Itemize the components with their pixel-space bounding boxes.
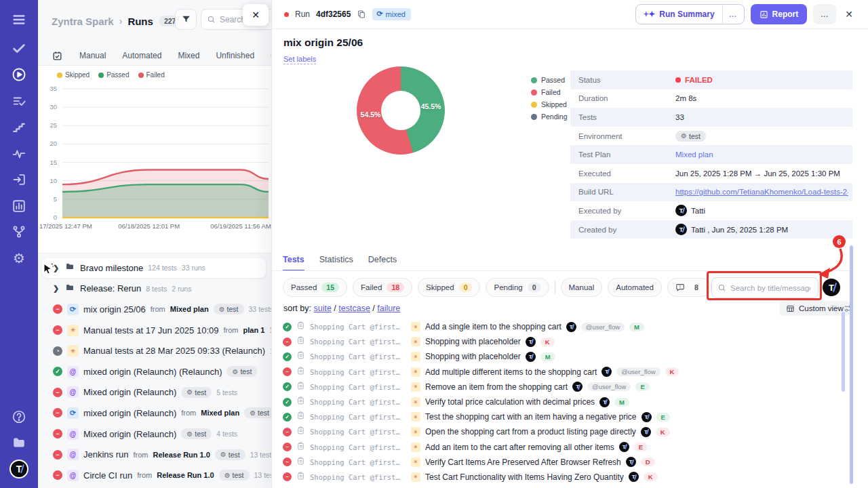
run-summary-more-button[interactable]: … [722,5,744,24]
run-list-item[interactable]: −@Mixed origin (Relaunch)⚙test5 tests [38,382,271,403]
filter-chip-failed[interactable]: Failed18 [353,278,412,297]
test-title[interactable]: Add a single item to the shopping cart [425,322,561,331]
run-list-item[interactable]: −@Jenkins runfromRelease Run 1.0⚙test13 … [38,444,271,465]
sidebar-reports-icon[interactable] [12,199,26,214]
test-title[interactable]: Add multiple different items to the shop… [425,367,597,377]
drawer-close-overlay-button[interactable]: ✕ [243,4,269,26]
filter-chip-comment-exclamation[interactable]: !8 [667,278,711,297]
test-suite-name[interactable]: Shopping Cart @first… [310,458,406,466]
run-list-item[interactable]: −⟳mix origin 25/06fromMixed plan⚙test33 … [38,299,271,320]
test-suite-name[interactable]: Shopping Cart @first… [310,383,406,391]
run-from-plan[interactable]: Release Run 1.0 [153,451,210,459]
tab-defects[interactable]: Defects [368,255,397,271]
test-suite-name[interactable]: Shopping Cart @first… [310,338,406,346]
test-suite-name[interactable]: Shopping Cart @first… [310,473,406,481]
tests-list-scrollbar[interactable] [842,312,845,392]
sidebar-pulse-icon[interactable] [12,146,26,161]
run-board-icon[interactable] [52,50,63,62]
run-summary-button[interactable]: +✦Run Summary … [635,4,744,24]
filter-chip-automated[interactable]: Automated [608,278,662,297]
test-suite-name[interactable]: Shopping Cart @first… [310,428,406,436]
test-title[interactable]: Shopping with placeholder [425,337,521,346]
sort-link-suite[interactable]: suite [313,304,331,313]
sidebar-testlists-icon[interactable] [12,94,26,109]
sidebar-integrations-icon[interactable] [12,224,26,239]
run-list-item[interactable]: −@Circle CI runfromRelease Run 1.0⚙test1… [38,465,271,486]
filter-chip-manual[interactable]: Manual [561,278,603,297]
run-from-plan[interactable]: Mixed plan [170,305,209,313]
sidebar-menu-icon[interactable] [12,12,26,27]
run-list-item[interactable]: −✳Manual tests at 17 Jun 2025 10:09fromp… [38,320,271,341]
filter-chip-pending[interactable]: Pending0 [486,278,549,297]
test-suite-name[interactable]: Shopping Cart @first… [310,398,406,406]
sidebar-runs-icon[interactable] [12,67,26,82]
tab-tests[interactable]: Tests [283,255,304,271]
test-title[interactable]: Verify total price calculation with deci… [425,397,595,407]
test-row[interactable]: ✓Shopping Cart @first…✳Test the shopping… [283,409,846,424]
run-folder-row[interactable]: ❯Release: Rerun8 tests2 runs [38,279,271,300]
test-row[interactable]: ✓Shopping Cart @first…✳Shopping with pla… [283,349,846,364]
sidebar-settings-icon[interactable]: ⚙ [12,251,26,266]
sidebar-tests-icon[interactable] [12,41,26,56]
test-row[interactable]: −Shopping Cart @first…✳Open the shopping… [283,424,846,439]
user-avatar[interactable]: T [823,279,840,296]
runs-tab-unfinished[interactable]: Unfinished [216,51,254,60]
test-row[interactable]: ✓Shopping Cart @first…✳Verify total pric… [283,394,846,409]
drawer-scrollbar[interactable] [850,245,853,484]
set-labels-link[interactable]: Set labels [283,55,316,64]
chevron-right-icon[interactable]: ❯ [53,284,60,293]
detail-value-url[interactable]: https://github.com/TetianaKhomenko/Load-… [675,188,848,196]
run-from-plan[interactable]: Mixed plan [201,409,239,417]
report-button[interactable]: Report [751,4,808,24]
test-suite-name[interactable]: Shopping Cart @first… [310,368,406,376]
test-suite-name[interactable]: Shopping Cart @first… [310,352,406,361]
test-row[interactable]: −Shopping Cart @first…✳Verify Cart Items… [283,455,846,470]
runs-filter-button[interactable] [175,9,197,30]
test-row[interactable]: −Shopping Cart @first…✳Shopping with pla… [283,334,846,349]
tab-statistics[interactable]: Statistics [319,255,353,271]
sidebar-help-icon[interactable] [12,409,26,424]
test-title[interactable]: Open the shopping cart from a product li… [425,427,636,436]
test-suite-name[interactable]: Shopping Cart @first… [310,323,406,331]
run-folder-row[interactable]: ❯Bravo milestone124 tests33 runs [38,258,271,279]
run-from-label: from [137,471,152,479]
run-list-item[interactable]: ◔✳Manual tests at 28 Mar 2025 09:33 (Rel… [38,340,271,361]
sidebar-user-avatar[interactable]: T [9,460,28,479]
test-title[interactable]: Test Cart Functionality with Items Havin… [425,472,624,482]
runs-tab-automated[interactable]: Automated [122,51,161,60]
test-suite-name[interactable]: Shopping Cart @first… [310,413,406,421]
sidebar-projects-icon[interactable] [12,435,26,450]
test-suite-name[interactable]: Shopping Cart @first… [310,443,406,451]
drawer-more-button[interactable]: … [813,4,836,24]
runs-tab-manual[interactable]: Manual [79,51,106,60]
sidebar-signin-icon[interactable] [12,172,26,187]
drawer-close-button[interactable]: ✕ [845,9,853,20]
test-title[interactable]: Shopping with placeholder [425,352,521,361]
custom-view-button[interactable]: Custom view [779,301,850,316]
test-title[interactable]: Test the shopping cart with an item havi… [425,412,637,422]
test-row[interactable]: ✓Shopping Cart @first…✳Remove an item fr… [283,380,846,394]
breadcrumb-app[interactable]: Zyntra Spark [52,16,114,27]
filter-chip-passed[interactable]: Passed15 [283,278,347,297]
run-from-plan[interactable]: Release Run 1.0 [157,471,214,479]
test-row[interactable]: −Shopping Cart @first…✳Test Cart Functio… [283,470,846,485]
testcase-icon [296,456,305,468]
test-title[interactable]: Verify Cart Items Are Preserved After Br… [425,458,621,467]
test-row[interactable]: ✓Shopping Cart @first…✳Add a single item… [283,319,846,334]
run-from-plan[interactable]: plan 1 [243,326,264,334]
test-title[interactable]: Remove an item from the shopping cart [425,382,568,392]
chevron-right-icon[interactable]: ❯ [53,264,60,272]
test-row[interactable]: −Shopping Cart @first…✳Add an item to th… [283,440,846,455]
test-row[interactable]: −Shopping Cart @first…✳Add multiple diff… [283,365,846,380]
run-list-item[interactable]: −⟳mixed origin (Relaunch)fromMixed plan⚙… [38,403,271,424]
copy-icon[interactable] [357,9,366,19]
run-list-item[interactable]: −@Mixed origin (Relaunch)⚙test4 tests [38,424,271,445]
test-title[interactable]: Add an item to the cart after removing a… [425,443,614,452]
run-list-item[interactable]: ✓@mixed origin (Relaunch) (Relaunch)⚙tes… [38,361,271,382]
detail-value-link[interactable]: Mixed plan [675,150,713,159]
sort-link-testcase[interactable]: testcase [338,304,370,313]
sort-link-failure[interactable]: failure [377,304,400,313]
sidebar-steps-icon[interactable] [12,120,26,135]
filter-chip-skipped[interactable]: Skipped0 [418,278,480,297]
runs-tab-mixed[interactable]: Mixed [178,51,199,60]
